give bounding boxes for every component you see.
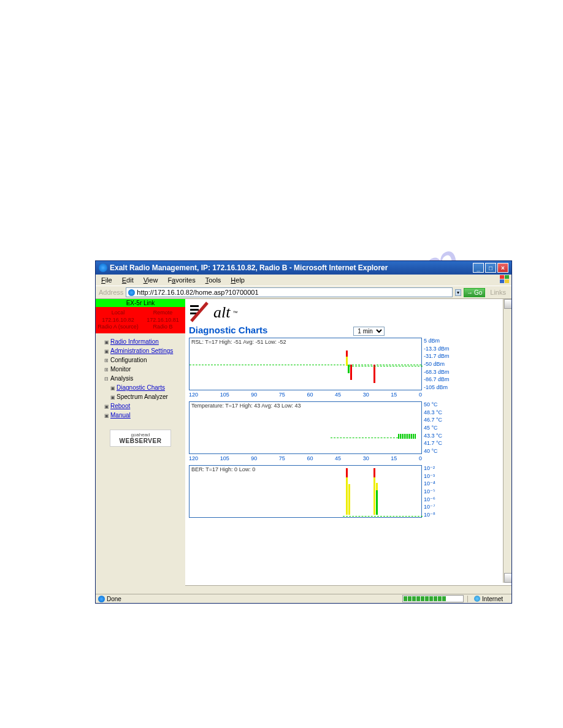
maximize-button[interactable]: □ bbox=[485, 263, 496, 273]
menu-view[interactable]: View bbox=[141, 276, 161, 284]
remote-radio-box[interactable]: Remote 172.16.10.81 Radio B bbox=[140, 307, 185, 333]
temp-chart-title: Temperature: T=17 High: 43 Avg: 43 Low: … bbox=[191, 403, 301, 409]
svg-rect-0 bbox=[500, 275, 504, 279]
plus-icon[interactable]: ⊞ bbox=[104, 367, 109, 373]
nav-diag-charts[interactable]: Diagnostic Charts bbox=[117, 384, 165, 391]
content-area: EX-5r Link Local 172.16.10.82 Radio A (s… bbox=[96, 299, 511, 594]
bullet-icon: ▣ bbox=[104, 349, 109, 354]
svg-rect-5 bbox=[190, 309, 199, 311]
y-tick: 10⁻³ bbox=[424, 473, 459, 479]
menu-favorites[interactable]: Favorites bbox=[165, 276, 197, 284]
ie-icon bbox=[99, 264, 107, 272]
plus-icon[interactable]: ⊞ bbox=[104, 358, 109, 363]
chart-bar bbox=[348, 484, 350, 515]
globe-icon bbox=[474, 596, 480, 602]
nav-reboot[interactable]: Reboot bbox=[110, 403, 130, 409]
menubar: File Edit View Favorites Tools Help bbox=[96, 275, 511, 286]
close-button[interactable]: × bbox=[497, 263, 508, 273]
webserver-badge: goahead WEBSERVER bbox=[110, 430, 171, 447]
page-icon bbox=[128, 289, 135, 296]
nav-config[interactable]: Configuration bbox=[110, 357, 147, 363]
zone-label: Internet bbox=[482, 596, 503, 602]
trademark-icon: ™ bbox=[232, 310, 237, 316]
windows-flag-icon bbox=[500, 275, 510, 284]
webserver-top: goahead bbox=[112, 432, 169, 438]
nav-manual[interactable]: Manual bbox=[110, 412, 131, 419]
x-tick: 120 bbox=[189, 455, 198, 461]
minus-icon[interactable]: ⊟ bbox=[104, 376, 109, 382]
y-tick: 10⁻⁵ bbox=[424, 488, 459, 495]
nav-tree: ▣Radio Information ▣Administration Setti… bbox=[96, 333, 185, 423]
window-title: Exalt Radio Management, IP: 172.16.10.82… bbox=[110, 264, 388, 272]
ber-baseline bbox=[343, 516, 423, 517]
ber-chart-title: BER: T=17 High: 0 Low: 0 bbox=[191, 466, 255, 472]
temp-y-axis: 50 °C 48.3 °C 46.7 °C 45 °C 43.3 °C 41.7… bbox=[422, 401, 459, 454]
nav-spectrum[interactable]: Spectrum Analyzer bbox=[117, 393, 168, 400]
address-dropdown[interactable]: ▾ bbox=[455, 289, 461, 296]
bullet-icon: ▣ bbox=[104, 339, 109, 345]
x-tick: 45 bbox=[335, 392, 341, 398]
temp-data-line bbox=[331, 438, 398, 438]
rsl-data-line bbox=[349, 366, 423, 366]
menu-edit[interactable]: Edit bbox=[120, 276, 136, 284]
nav-radio-info[interactable]: Radio Information bbox=[110, 338, 159, 345]
menu-file[interactable]: File bbox=[99, 276, 115, 284]
address-input[interactable]: http://172.16.10.82/home.asp?10700001 bbox=[126, 287, 453, 297]
menu-tools[interactable]: Tools bbox=[203, 276, 224, 284]
y-tick: -105 dBm bbox=[424, 384, 459, 390]
local-radio-box[interactable]: Local 172.16.10.82 Radio A (source) bbox=[96, 307, 140, 333]
vertical-scrollbar[interactable] bbox=[503, 299, 511, 583]
page-title: Diagnostic Charts bbox=[189, 325, 267, 335]
nav-analysis[interactable]: Analysis bbox=[110, 375, 133, 382]
remote-label: Remote bbox=[142, 309, 184, 317]
status-text: Done bbox=[107, 596, 121, 602]
go-button[interactable]: → Go bbox=[464, 288, 485, 297]
temp-x-axis: 1201059075604530150 bbox=[189, 455, 422, 465]
remote-ip: 172.16.10.81 bbox=[142, 317, 184, 324]
menu-help[interactable]: Help bbox=[228, 276, 247, 284]
y-tick: -50 dBm bbox=[424, 361, 459, 367]
chart-bar bbox=[350, 365, 352, 380]
local-label: Local bbox=[97, 309, 139, 317]
svg-rect-4 bbox=[190, 305, 199, 307]
main-content: alt™ Diagnostic Charts 1 min RSL: T=17 H… bbox=[185, 299, 511, 594]
y-tick: -86.7 dBm bbox=[424, 376, 459, 382]
ber-chart-block: BER: T=17 High: 0 Low: 0 10⁻² 10⁻³ 10⁻⁴ … bbox=[189, 465, 508, 518]
horizontal-scrollbar[interactable] bbox=[185, 585, 511, 594]
y-tick: 10⁻⁸ bbox=[424, 512, 459, 518]
exalt-logo-icon bbox=[189, 301, 211, 324]
nav-monitor[interactable]: Monitor bbox=[110, 366, 131, 373]
rsl-chart-block: RSL: T=17 High: -51 Avg: -51 Low: -52 5 … bbox=[189, 338, 508, 390]
x-tick: 15 bbox=[391, 455, 397, 461]
address-label: Address bbox=[99, 289, 123, 296]
y-tick: 10⁻⁴ bbox=[424, 480, 459, 487]
progress-bar bbox=[402, 595, 464, 602]
rsl-y-axis: 5 dBm -13.3 dBm -31.7 dBm -50 dBm -68.3 … bbox=[422, 338, 459, 390]
y-tick: 45 °C bbox=[424, 425, 459, 431]
bullet-icon: ▣ bbox=[110, 385, 115, 391]
y-tick: 50 °C bbox=[424, 401, 459, 408]
x-tick: 45 bbox=[335, 455, 341, 461]
done-icon bbox=[98, 596, 105, 602]
nav-admin[interactable]: Administration Settings bbox=[110, 347, 173, 354]
ber-chart: BER: T=17 High: 0 Low: 0 bbox=[189, 465, 422, 518]
y-tick: 48.3 °C bbox=[424, 409, 459, 415]
x-tick: 30 bbox=[363, 455, 369, 461]
time-range-select[interactable]: 1 min bbox=[353, 327, 385, 336]
chart-bar bbox=[373, 468, 375, 477]
minimize-button[interactable]: _ bbox=[473, 263, 484, 273]
x-tick: 60 bbox=[307, 392, 313, 398]
links-label[interactable]: Links bbox=[488, 289, 508, 296]
statusbar: Done Internet bbox=[96, 594, 511, 603]
local-ip: 172.16.10.82 bbox=[97, 317, 139, 324]
logo: alt™ bbox=[189, 301, 508, 324]
x-tick: 60 bbox=[307, 455, 313, 461]
x-tick: 30 bbox=[363, 392, 369, 398]
bullet-icon: ▣ bbox=[104, 404, 109, 409]
rsl-x-axis: 1201059075604530150 bbox=[189, 392, 422, 401]
temp-chart: Temperature: T=17 High: 43 Avg: 43 Low: … bbox=[189, 401, 422, 454]
svg-rect-1 bbox=[505, 275, 509, 279]
x-tick: 105 bbox=[220, 455, 229, 461]
url-text: http://172.16.10.82/home.asp?10700001 bbox=[137, 289, 258, 296]
logo-text: alt bbox=[213, 303, 230, 322]
